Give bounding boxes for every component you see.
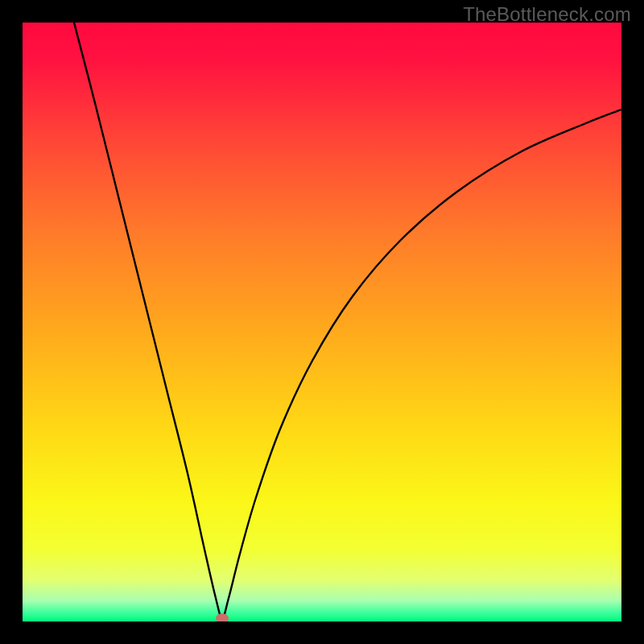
watermark-text: TheBottleneck.com bbox=[463, 3, 631, 26]
plot-area bbox=[23, 23, 621, 621]
curve-layer bbox=[23, 23, 621, 621]
chart-frame: TheBottleneck.com bbox=[0, 0, 644, 644]
bottleneck-curve bbox=[74, 23, 621, 618]
minimum-marker bbox=[216, 613, 229, 621]
